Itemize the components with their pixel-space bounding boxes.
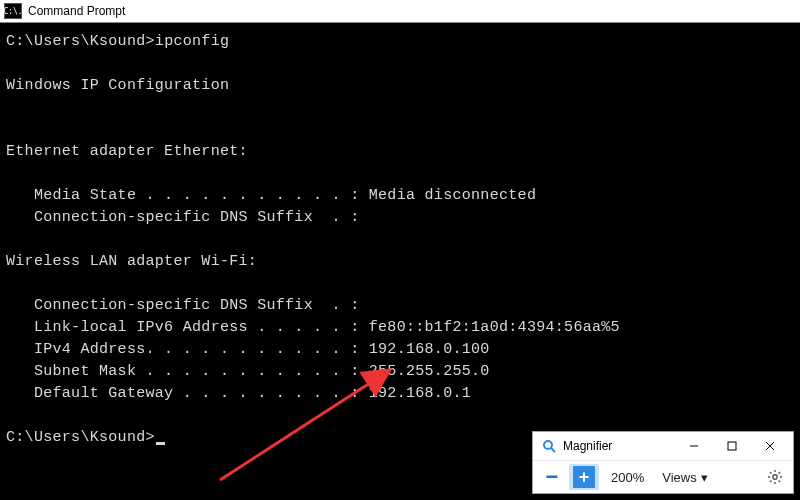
output-line: Connection-specific DNS Suffix . : bbox=[6, 297, 359, 314]
terminal-output[interactable]: C:\Users\Ksound>ipconfig Windows IP Conf… bbox=[0, 23, 800, 457]
chevron-down-icon: ▾ bbox=[701, 470, 708, 485]
magnifier-titlebar[interactable]: Magnifier bbox=[533, 432, 793, 460]
svg-rect-4 bbox=[728, 442, 736, 450]
output-line: Windows IP Configuration bbox=[6, 77, 229, 94]
prompt: C:\Users\Ksound> bbox=[6, 33, 155, 50]
titlebar[interactable]: C:\. Command Prompt bbox=[0, 0, 800, 23]
prompt: C:\Users\Ksound> bbox=[6, 429, 155, 446]
output-line: Wireless LAN adapter Wi-Fi: bbox=[6, 253, 257, 270]
views-label: Views bbox=[662, 470, 696, 485]
command-prompt-window: C:\. Command Prompt C:\Users\Ksound>ipco… bbox=[0, 0, 800, 500]
output-line: Connection-specific DNS Suffix . : bbox=[6, 209, 359, 226]
maximize-button[interactable] bbox=[713, 432, 751, 460]
output-line: Default Gateway . . . . . . . . . : 192.… bbox=[6, 385, 471, 402]
magnifier-toolbar: − + 200% Views ▾ bbox=[533, 460, 793, 493]
zoom-value: 200% bbox=[601, 470, 654, 485]
output-line: Link-local IPv6 Address . . . . . : fe80… bbox=[6, 319, 620, 336]
window-title: Command Prompt bbox=[28, 4, 125, 18]
zoom-out-button[interactable]: − bbox=[537, 464, 567, 490]
svg-line-15 bbox=[779, 472, 781, 474]
minimize-button[interactable] bbox=[675, 432, 713, 460]
close-button[interactable] bbox=[751, 432, 789, 460]
output-line: Media State . . . . . . . . . . . : Medi… bbox=[6, 187, 536, 204]
cmd-app-icon: C:\. bbox=[4, 3, 22, 19]
svg-line-2 bbox=[551, 448, 555, 452]
views-dropdown[interactable]: Views ▾ bbox=[656, 470, 713, 485]
typed-command: ipconfig bbox=[155, 33, 229, 50]
output-line: IPv4 Address. . . . . . . . . . . : 192.… bbox=[6, 341, 490, 358]
magnifier-icon bbox=[541, 438, 557, 454]
svg-line-12 bbox=[770, 472, 772, 474]
svg-point-7 bbox=[773, 475, 777, 479]
magnifier-title: Magnifier bbox=[563, 439, 675, 453]
output-line: Ethernet adapter Ethernet: bbox=[6, 143, 248, 160]
output-line: Subnet Mask . . . . . . . . . . . : 255.… bbox=[6, 363, 490, 380]
magnifier-window[interactable]: Magnifier − + 200% Views ▾ bbox=[532, 431, 794, 494]
svg-line-13 bbox=[779, 481, 781, 483]
svg-line-14 bbox=[770, 481, 772, 483]
zoom-in-button[interactable]: + bbox=[569, 464, 599, 490]
settings-button[interactable] bbox=[761, 464, 789, 490]
cursor bbox=[156, 442, 165, 445]
svg-point-1 bbox=[544, 441, 552, 449]
